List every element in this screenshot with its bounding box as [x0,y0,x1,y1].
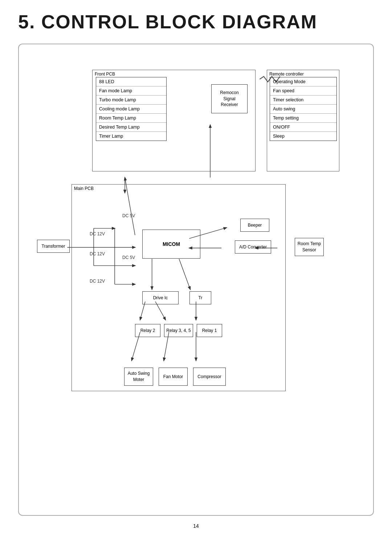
remote-item-fan-speed: Fan speed [270,86,336,96]
front-pcb-item-room-temp: Room Temp Lamp [96,114,166,123]
page-title: 5. CONTROL BLOCK DIAGRAM [15,11,377,33]
dc-5v-label-2: DC 5V [122,255,135,260]
relay345-box: Relay 3, 4, 5 [164,324,193,337]
remote-item-timer: Timer selection [270,96,336,105]
remote-item-auto-swing: Auto swing [270,105,336,114]
title-text: 5. CONTROL BLOCK DIAGRAM [18,11,317,32]
micom-box: MICOM [142,230,200,259]
remocon-label: Remocon Signal Receiver [220,90,238,108]
fan-motor-box: Fan Motor [159,368,188,386]
dc-12v-label-3: DC 12V [90,279,105,284]
remote-item-sleep: Sleep [270,132,336,141]
tr-label: Tr [199,295,203,300]
dc-12v-label-2: DC 12V [90,251,105,256]
front-pcb-item-fan: Fan mode Lamp [96,86,166,96]
remote-item-operating: Operating Mode [270,77,336,86]
auto-swing-label: Auto Swing Moter [128,370,150,383]
auto-swing-box: Auto Swing Moter [124,368,153,386]
drive-ic-label: Drive Ic [153,295,168,300]
room-temp-sensor-box: Room Temp Sensor [295,238,324,256]
diagram-inner: Front PCB 88 LED Fan mode Lamp Turbo mod… [33,62,359,462]
tr-box: Tr [189,291,211,304]
page-container: 5. CONTROL BLOCK DIAGRAM [0,0,392,555]
front-pcb-item-led: 88 LED [96,77,166,86]
room-temp-sensor-label: Room Temp Sensor [298,241,321,253]
drive-ic-box: Drive Ic [142,291,179,304]
ad-converter-label: A/D Converter [239,244,267,250]
diagram-container: Front PCB 88 LED Fan mode Lamp Turbo mod… [18,44,374,516]
relay345-label: Relay 3, 4, 5 [166,328,191,333]
relay2-box: Relay 2 [135,324,160,337]
transformer-box: Transformer [37,240,70,253]
main-pcb-border: Main PCB [72,184,286,391]
front-pcb-item-cooling: Cooling mode Lamp [96,105,166,114]
micom-label: MICOM [163,241,180,247]
dc-12v-label-1: DC 12V [90,231,105,236]
front-pcb-item-timer: Timer Lamp [96,132,166,141]
compressor-label: Compressor [197,374,221,379]
relay1-box: Relay 1 [197,324,222,337]
main-pcb-label: Main PCB [74,186,94,191]
compressor-box: Compressor [193,368,226,386]
remocon-box: Remocon Signal Receiver [211,84,248,113]
front-pcb-items: 88 LED Fan mode Lamp Turbo mode Lamp Coo… [96,77,167,141]
ad-converter-box: A/D Converter [235,240,271,254]
beeper-label: Beeper [248,223,262,228]
beeper-box: Beeper [240,219,269,232]
front-pcb-item-desired-temp: Desired Temp Lamp [96,123,166,132]
front-pcb-label: Front PCB [95,72,115,77]
fan-motor-label: Fan Motor [163,374,183,379]
remote-item-onoff: ON/OFF [270,123,336,132]
relay2-label: Relay 2 [140,328,155,333]
remote-item-temp-setting: Temp setting [270,114,336,123]
remote-items: Operating Mode Fan speed Timer selection… [270,77,337,141]
page-number: 14 [15,523,377,529]
remote-controller-label: Remote controller [269,72,304,77]
front-pcb-item-turbo: Turbo mode Lamp [96,96,166,105]
dc-5v-label-1: DC 5V [122,213,135,218]
transformer-label: Transformer [42,244,65,249]
relay1-label: Relay 1 [202,328,217,333]
